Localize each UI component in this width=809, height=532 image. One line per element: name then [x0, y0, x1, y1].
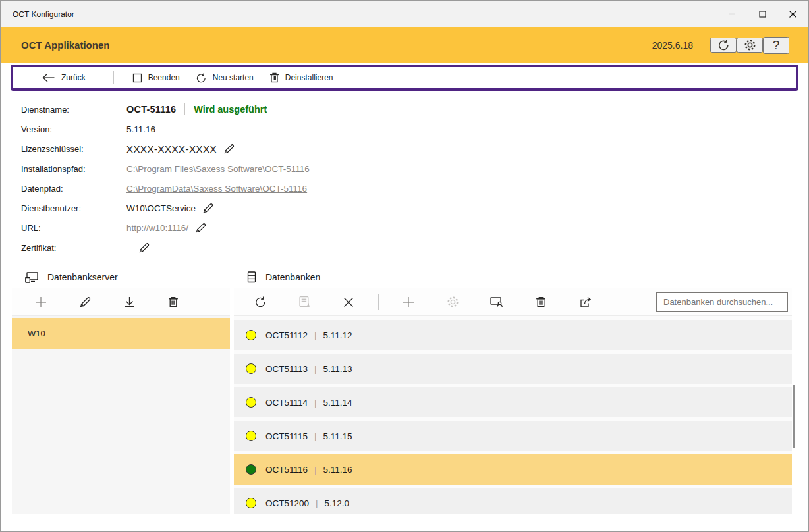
status-dot-icon [246, 363, 256, 374]
database-version: 5.11.14 [323, 398, 352, 408]
delete-database-button[interactable] [533, 294, 549, 310]
title-bar: OCT Konfigurator [1, 1, 808, 27]
version-value: 5.11.16 [126, 124, 155, 134]
service-details: Dienstname: OCT-51116 Wird ausgeführt Ve… [1, 91, 808, 257]
uninstall-button[interactable]: Deinstallieren [269, 72, 333, 83]
restart-service-button[interactable]: Neu starten [196, 72, 254, 84]
cancel-button[interactable] [341, 294, 356, 310]
database-version: 5.11.12 [323, 331, 352, 340]
refresh-button[interactable] [710, 38, 737, 53]
database-row[interactable]: OCT51200|5.12.0 [234, 488, 792, 514]
edit-server-button[interactable] [77, 294, 93, 310]
refresh-databases-button[interactable] [252, 294, 268, 310]
name-version-divider: | [314, 331, 317, 340]
pencil-icon [195, 222, 207, 234]
database-name: OCT51116 [265, 465, 308, 475]
pencil-icon [138, 242, 150, 253]
server-row[interactable]: W10 [12, 318, 230, 349]
status-dot-icon [246, 498, 256, 508]
stop-icon [132, 73, 142, 83]
maximize-button[interactable] [747, 1, 777, 27]
database-version: 5.11.13 [323, 364, 352, 374]
back-arrow-icon [42, 73, 55, 82]
import-server-button[interactable] [121, 294, 137, 310]
scrollbar-thumb[interactable] [793, 385, 795, 448]
status-dot-icon [246, 330, 256, 340]
pencil-icon [79, 296, 92, 308]
detail-row-lizenz: Lizenzschlüssel: XXXX-XXXX-XXXX [21, 139, 808, 159]
zertifikat-label: Zertifikat: [21, 243, 126, 253]
user-access-button[interactable] [489, 294, 505, 310]
status-dot-icon [246, 464, 256, 475]
server-panel: Datenbankserver [12, 266, 230, 514]
x-icon [343, 297, 354, 307]
server-list: W10 [12, 316, 230, 514]
header-date: 2025.6.18 [652, 40, 693, 51]
database-list: OCT51112|5.11.12OCT51113|5.11.13OCT51114… [234, 316, 792, 514]
data-path-link[interactable]: C:\ProgramData\Saxess Software\OCT-51116 [126, 184, 307, 194]
database-name: OCT51115 [265, 431, 308, 441]
database-row[interactable]: OCT51113|5.11.13 [234, 354, 792, 384]
plus-icon [403, 296, 414, 308]
add-database-button[interactable] [401, 294, 416, 310]
download-icon [124, 296, 135, 308]
window-title: OCT Konfigurator [1, 10, 717, 19]
database-panel-header: Datenbanken [234, 266, 792, 288]
help-button[interactable]: ? [763, 37, 789, 54]
dienstname-label: Dienstname: [21, 105, 126, 115]
delete-server-button[interactable] [165, 294, 181, 310]
toolbar-separator [378, 294, 379, 310]
uninstall-label: Deinstallieren [285, 73, 333, 82]
monitor-user-icon [490, 296, 503, 307]
database-icon [247, 271, 256, 283]
database-row[interactable]: OCT51112|5.11.12 [234, 320, 792, 350]
page-title: OCT Applikationen [21, 40, 652, 51]
devices-icon [25, 272, 38, 283]
trash-icon [269, 72, 279, 83]
back-button[interactable]: Zurück [42, 73, 86, 82]
close-button[interactable] [777, 1, 808, 27]
question-icon: ? [773, 38, 780, 53]
edit-user-button[interactable] [202, 202, 214, 214]
share-button[interactable] [577, 294, 593, 310]
export-report-button[interactable] [296, 294, 312, 310]
edit-license-button[interactable] [223, 143, 235, 155]
edit-certificate-button[interactable] [138, 242, 150, 253]
minimize-icon [729, 11, 736, 18]
detail-row-zertifikat: Zertifikat: [21, 238, 808, 257]
database-version: 5.12.0 [325, 498, 350, 508]
detail-row-dienstname: Dienstname: OCT-51116 Wird ausgeführt [21, 99, 808, 119]
detail-row-version: Version: 5.11.16 [21, 119, 808, 139]
pencil-icon [202, 202, 214, 214]
pencil-icon [223, 143, 235, 155]
plus-icon [35, 296, 47, 308]
database-version: 5.11.15 [323, 431, 352, 441]
database-settings-button[interactable] [445, 294, 460, 310]
command-bar: Zurück Beenden Neu starten Deinstalliere… [11, 65, 798, 91]
database-row[interactable]: OCT51115|5.11.15 [234, 421, 792, 451]
datenpfad-label: Datenpfad: [21, 184, 126, 194]
document-export-icon [298, 296, 311, 308]
server-panel-header: Datenbankserver [12, 266, 230, 288]
version-label: Version: [21, 124, 126, 134]
service-url-link[interactable]: http://w10:1116/ [126, 223, 188, 233]
install-path-link[interactable]: C:\Program Files\Saxess Software\OCT-511… [126, 164, 310, 174]
settings-button[interactable] [737, 38, 763, 53]
name-version-divider: | [316, 498, 318, 508]
database-name: OCT51200 [265, 498, 309, 508]
service-user-value: W10\OCTService [126, 203, 196, 213]
edit-url-button[interactable] [195, 222, 207, 234]
benutzer-label: Dienstbenutzer: [21, 203, 126, 213]
name-version-divider: | [314, 465, 317, 475]
app-window: OCT Konfigurator OCT Applikationen 2025.… [0, 0, 809, 532]
database-row[interactable]: OCT51114|5.11.14 [234, 387, 792, 417]
database-row[interactable]: OCT51116|5.11.16 [234, 454, 792, 485]
minimize-button[interactable] [717, 1, 747, 27]
stop-service-button[interactable]: Beenden [132, 73, 180, 83]
database-panel-title: Datenbanken [265, 272, 320, 282]
search-input[interactable] [656, 292, 788, 312]
installpfad-label: Installationspfad: [21, 164, 126, 174]
add-server-button[interactable] [33, 294, 49, 310]
server-toolbar [12, 288, 230, 316]
refresh-icon [254, 296, 267, 308]
